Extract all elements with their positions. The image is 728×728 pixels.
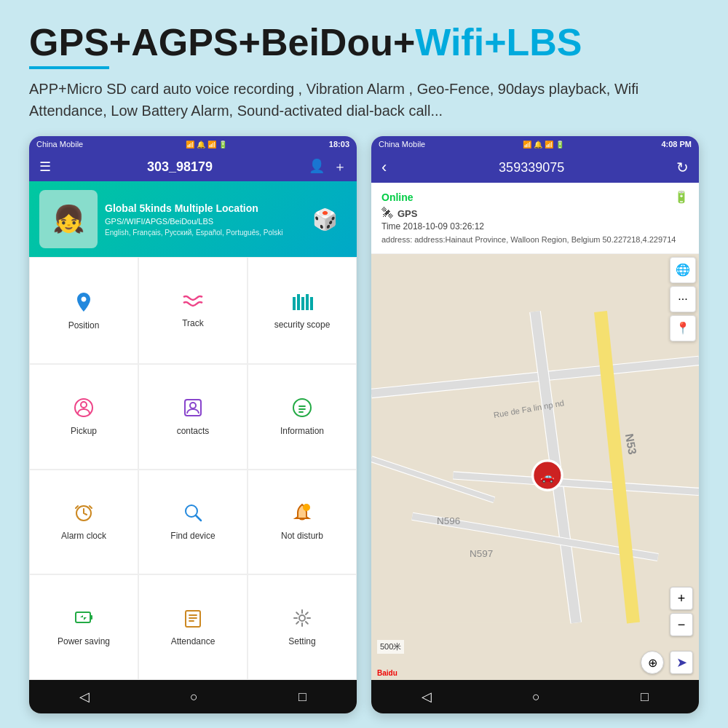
nav-arrow-btn[interactable]: ➤	[670, 651, 693, 674]
grid-item-information[interactable]: Information	[248, 364, 357, 470]
status-icons-right: 📶 🔔 📶 🔋	[523, 141, 564, 149]
banner-languages: English, Français, Русский, Español, Por…	[105, 229, 296, 237]
find-label: Find device	[170, 531, 215, 541]
contacts-label: contacts	[177, 426, 210, 436]
nav-bar-right: ◁ ○ □	[371, 680, 699, 713]
phone-left: China Mobile 📶 🔔 📶 🔋 18:03 ☰ 303_98179 👤…	[29, 136, 357, 713]
back-btn-left[interactable]: ◁	[79, 689, 90, 705]
alarm-icon	[74, 502, 94, 526]
header-section: GPS+AGPS+BeiDou+Wifi+LBS APP+Micro SD ca…	[29, 22, 699, 136]
title-blue: Wifi+LBS	[415, 21, 582, 63]
app-header-icons: 👤 ＋	[309, 158, 347, 175]
track-icon	[182, 293, 204, 314]
contacts-icon	[183, 397, 203, 422]
grid-item-position[interactable]: Position	[29, 257, 138, 364]
svg-point-12	[303, 504, 310, 511]
status-bar-right: China Mobile 📶 🔔 📶 🔋 4:08 PM	[371, 136, 699, 152]
svg-text:🚗: 🚗	[540, 469, 555, 483]
pickup-label: Pickup	[71, 426, 97, 436]
grid-item-attendance[interactable]: Attendance	[138, 574, 248, 680]
menu-icon[interactable]: ☰	[39, 159, 51, 175]
zoom-out-btn[interactable]: −	[670, 613, 693, 636]
grid-item-disturb[interactable]: Not disturb	[248, 470, 357, 575]
svg-rect-4	[310, 297, 313, 310]
map-svg: N53 N596 N597 Rue de Fa lin np nd 🚗	[371, 254, 699, 680]
svg-point-6	[81, 402, 87, 408]
more-btn[interactable]: ···	[670, 286, 696, 312]
globe-btn[interactable]: 🌐	[670, 257, 696, 283]
power-icon	[74, 608, 94, 632]
grid-item-alarm[interactable]: Alarm clock	[29, 470, 138, 575]
subtitle-text: APP+Micro SD card auto voice recording ,…	[29, 78, 699, 122]
page-title: GPS+AGPS+BeiDou+Wifi+LBS	[29, 22, 699, 63]
home-btn-right[interactable]: ○	[532, 689, 540, 705]
phone-right: China Mobile 📶 🔔 📶 🔋 4:08 PM ‹ 359339075…	[371, 136, 699, 713]
banner-text: Global 5kinds Multiple Location GPS//WIF…	[105, 202, 296, 237]
find-icon	[183, 502, 203, 526]
information-icon	[292, 397, 312, 422]
zoom-in-btn[interactable]: +	[670, 587, 693, 610]
grid-item-security[interactable]: security scope	[248, 257, 357, 364]
grid-item-power[interactable]: Power saving	[29, 574, 138, 680]
device-id-right: 359339075	[499, 160, 564, 175]
grid-item-setting[interactable]: Setting	[248, 574, 357, 680]
carrier-left: China Mobile	[36, 140, 83, 149]
online-text: Online	[381, 191, 414, 203]
gps-label: GPS	[397, 208, 417, 219]
position-icon	[73, 290, 95, 316]
info-panel: Online 🔋 🛰 GPS Time 2018-10-09 03:26:12 …	[371, 183, 699, 253]
add-icon[interactable]: ＋	[333, 158, 347, 175]
setting-label: Setting	[288, 636, 315, 646]
status-icons-left: 📶 🔔 📶 🔋	[186, 141, 227, 149]
nav-bar-left: ◁ ○ □	[29, 680, 357, 713]
map-controls: + −	[670, 587, 693, 636]
page-container: GPS+AGPS+BeiDou+Wifi+LBS APP+Micro SD ca…	[0, 0, 728, 728]
attendance-label: Attendance	[171, 636, 215, 646]
time-right: 4:08 PM	[661, 140, 692, 149]
security-label: security scope	[274, 320, 331, 330]
phones-row: China Mobile 📶 🔔 📶 🔋 18:03 ☰ 303_98179 👤…	[29, 136, 699, 713]
power-label: Power saving	[58, 636, 110, 646]
grid-item-track[interactable]: Track	[138, 257, 248, 364]
device-id-left: 303_98179	[147, 159, 213, 175]
banner-title: Global 5kinds Multiple Location	[105, 202, 296, 214]
security-icon	[291, 291, 313, 315]
position-label: Position	[68, 320, 100, 331]
app-header-left: ☰ 303_98179 👤 ＋	[29, 152, 357, 181]
banner-cube: 🎲	[303, 190, 347, 248]
compass-btn[interactable]: ⊕	[641, 651, 664, 674]
gps-symbol: 🛰	[381, 207, 393, 220]
online-status: Online 🔋	[381, 190, 689, 204]
refresh-btn[interactable]: ↻	[676, 159, 689, 176]
time-row: Time 2018-10-09 03:26:12	[381, 221, 689, 232]
svg-point-16	[299, 615, 305, 621]
back-btn-right[interactable]: ‹	[381, 158, 387, 177]
recent-btn-left[interactable]: □	[298, 689, 306, 705]
svg-text:N597: N597	[470, 548, 493, 559]
back-btn-right-nav[interactable]: ◁	[422, 689, 432, 705]
map-header-right: ‹ 359339075 ↻	[371, 152, 699, 183]
map-scale: 500米	[377, 640, 404, 654]
title-black: GPS+AGPS+BeiDou+	[29, 21, 415, 63]
map-container: N53 N596 N597 Rue de Fa lin np nd 🚗 🌐 ··…	[371, 254, 699, 680]
map-logo: Baidu	[377, 669, 397, 677]
grid-item-find[interactable]: Find device	[138, 470, 248, 575]
svg-rect-2	[301, 297, 304, 310]
svg-rect-1	[297, 294, 300, 310]
svg-rect-0	[293, 297, 296, 310]
disturb-icon	[292, 502, 312, 526]
alarm-label: Alarm clock	[61, 531, 106, 541]
svg-point-8	[190, 403, 196, 408]
map-sidebar: 🌐 ··· 📍	[670, 257, 696, 341]
grid-item-pickup[interactable]: Pickup	[29, 364, 138, 470]
pickup-icon	[74, 397, 94, 422]
svg-text:N596: N596	[437, 515, 460, 526]
target-btn[interactable]: 📍	[670, 315, 696, 341]
title-underline	[29, 66, 109, 69]
home-btn-left[interactable]: ○	[190, 689, 198, 705]
battery-icon: 🔋	[674, 190, 689, 204]
recent-btn-right[interactable]: □	[641, 689, 649, 705]
grid-item-contacts[interactable]: contacts	[138, 364, 248, 470]
information-label: Information	[280, 426, 324, 436]
user-icon[interactable]: 👤	[309, 158, 325, 175]
